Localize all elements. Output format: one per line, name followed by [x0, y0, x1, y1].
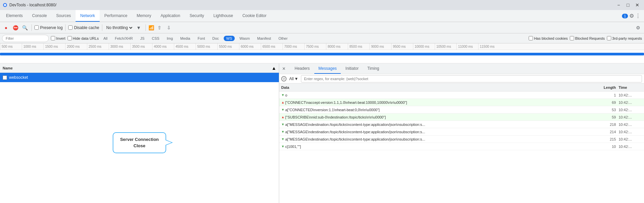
- minimize-button[interactable]: −: [615, 1, 623, 9]
- disable-cache-checkbox[interactable]: [68, 25, 73, 30]
- message-row[interactable]: ▼a["MESSAGE\ndestination:/topic/ticks\nc…: [279, 121, 644, 128]
- titlebar-left: DevTools - localhost:8080/: [3, 3, 57, 7]
- tab-cookie-editor[interactable]: Cookie Editor: [238, 10, 271, 22]
- message-length: 214: [592, 130, 619, 134]
- import-button[interactable]: ⇧: [155, 24, 164, 32]
- blocked-requests-label[interactable]: Blocked Requests: [570, 36, 605, 40]
- timeline-tick: 1500 ms: [43, 43, 65, 50]
- panel-tab-timing[interactable]: Timing: [363, 64, 383, 74]
- list-item-checkbox[interactable]: [3, 75, 7, 80]
- timeline-bar-area: [0, 50, 644, 63]
- filter-chip-font[interactable]: Font: [195, 36, 208, 41]
- tab-network[interactable]: Network: [76, 10, 100, 22]
- filter-chip-manifest[interactable]: Manifest: [254, 36, 274, 41]
- callout-bubble: Server Connection Close: [113, 132, 166, 153]
- all-dropdown[interactable]: All ▼: [288, 76, 300, 82]
- throttle-dropdown-icon[interactable]: ▼: [135, 24, 143, 32]
- panel-tab-headers[interactable]: Headers: [291, 64, 314, 74]
- toolbar-separator-2: [65, 24, 66, 31]
- messages-table-header: Data Length Time: [279, 83, 644, 91]
- preserve-log-checkbox[interactable]: [34, 25, 39, 30]
- timeline-tick: 8500 ms: [348, 43, 369, 50]
- message-data: a["MESSAGE\ndestination:/topic/ticks\nco…: [285, 130, 592, 134]
- receive-arrow-icon: ▼: [281, 137, 285, 141]
- preserve-log-label[interactable]: Preserve log: [34, 25, 63, 30]
- receive-arrow-icon: ▼: [281, 123, 285, 126]
- invert-label[interactable]: Invert: [51, 36, 66, 40]
- hide-data-urls-checkbox[interactable]: [68, 36, 72, 40]
- list-item-websocket[interactable]: websocket: [0, 73, 279, 82]
- disable-cache-label[interactable]: Disable cache: [68, 25, 99, 30]
- titlebar: DevTools - localhost:8080/ − □ ✕: [0, 0, 644, 10]
- network-settings-icon[interactable]: ⚙: [634, 24, 642, 32]
- export-button[interactable]: ⇩: [165, 24, 173, 32]
- filter-chip-wasm[interactable]: Wasm: [237, 36, 252, 41]
- toolbar-separator-1: [31, 24, 32, 31]
- receive-arrow-icon: ▼: [281, 130, 285, 134]
- right-panel: × Headers Messages Initiator Timing ⊘ Al…: [279, 63, 644, 203]
- timeline-tick: 2000 ms: [65, 43, 87, 50]
- tab-lighthouse[interactable]: Lighthouse: [209, 10, 238, 22]
- message-length: 10: [592, 145, 619, 149]
- filter-chip-media[interactable]: Media: [178, 36, 193, 41]
- close-button[interactable]: ✕: [633, 1, 641, 9]
- filter-chip-js[interactable]: JS: [137, 36, 147, 41]
- message-row[interactable]: ▼a["CONNECTED\nversion:1.1\nheart-beat:0…: [279, 106, 644, 114]
- message-search-input[interactable]: [301, 75, 642, 82]
- message-time: 10:42:...: [619, 130, 642, 134]
- settings-icon[interactable]: ⚙: [629, 13, 634, 19]
- panel-tab-initiator[interactable]: Initiator: [341, 64, 362, 74]
- message-length: 218: [592, 123, 619, 127]
- message-data: o: [285, 93, 592, 97]
- message-row[interactable]: ▼a["MESSAGE\ndestination:/topic/ticks\nc…: [279, 128, 644, 136]
- search-button[interactable]: 🔍: [21, 24, 29, 32]
- filter-chip-other[interactable]: Other: [276, 36, 291, 41]
- tab-sources[interactable]: Sources: [51, 10, 76, 22]
- timeline-tick: 11000 ms: [456, 43, 478, 50]
- tab-memory[interactable]: Memory: [132, 10, 156, 22]
- clear-button[interactable]: ⛔: [11, 24, 19, 32]
- filter-chip-ws[interactable]: WS: [224, 36, 235, 41]
- filter-chip-all[interactable]: All: [101, 36, 110, 41]
- tab-elements[interactable]: Elements: [1, 10, 27, 22]
- timeline-tick: 3000 ms: [109, 43, 130, 50]
- timeline-tick: 1000 ms: [22, 43, 43, 50]
- message-row[interactable]: ▼o110:42:...: [279, 91, 644, 99]
- filter-chip-fetchxhr[interactable]: Fetch/XHR: [112, 36, 135, 41]
- dropdown-chevron-icon: ▼: [294, 76, 298, 81]
- tab-security[interactable]: Security: [185, 10, 209, 22]
- receive-arrow-icon: ▼: [281, 93, 285, 97]
- more-options-icon[interactable]: ⋮: [635, 13, 641, 19]
- has-blocked-cookies-checkbox[interactable]: [529, 36, 533, 40]
- toolbar-separator-4: [145, 24, 146, 31]
- message-time: 10:42:...: [619, 100, 642, 105]
- data-column-header: Data: [281, 85, 592, 89]
- hide-data-urls-label[interactable]: Hide data URLs: [68, 36, 99, 40]
- callout-arrow-inner: [166, 140, 172, 145]
- throttle-select[interactable]: No throttling: [105, 25, 133, 30]
- message-row[interactable]: ▲["SUBSCRIBE\nnid:sub-0\ndestination:/to…: [279, 114, 644, 121]
- message-row[interactable]: ▼a["MESSAGE\ndestination:/topic/ticks\nc…: [279, 136, 644, 143]
- third-party-requests-checkbox[interactable]: [607, 36, 611, 40]
- tab-console[interactable]: Console: [27, 10, 51, 22]
- invert-checkbox[interactable]: [51, 36, 55, 40]
- maximize-button[interactable]: □: [624, 1, 632, 9]
- tab-performance[interactable]: Performance: [100, 10, 132, 22]
- filter-input[interactable]: [2, 35, 49, 42]
- filter-chip-css[interactable]: CSS: [149, 36, 162, 41]
- message-time: 10:42:...: [619, 145, 642, 149]
- callout-container: Server Connection Close: [113, 132, 166, 153]
- panel-tab-messages[interactable]: Messages: [314, 64, 341, 74]
- panel-close-button[interactable]: ×: [281, 65, 287, 72]
- timeline-tick: 4000 ms: [152, 43, 174, 50]
- tab-application[interactable]: Application: [156, 10, 185, 22]
- has-blocked-cookies-label[interactable]: Has blocked cookies: [529, 36, 568, 40]
- message-row[interactable]: ▼c[1001,""]1010:42:...: [279, 143, 644, 150]
- collapse-icon[interactable]: ▲: [272, 65, 276, 71]
- blocked-requests-checkbox[interactable]: [570, 36, 574, 40]
- filter-chip-img[interactable]: Img: [164, 36, 176, 41]
- filter-chip-doc[interactable]: Doc: [210, 36, 222, 41]
- record-button[interactable]: ●: [2, 24, 10, 32]
- third-party-requests-label[interactable]: 3rd-party requests: [607, 36, 642, 40]
- message-row[interactable]: ▲["CONNECT\naccept-version:1.1,1.0\nhear…: [279, 99, 644, 106]
